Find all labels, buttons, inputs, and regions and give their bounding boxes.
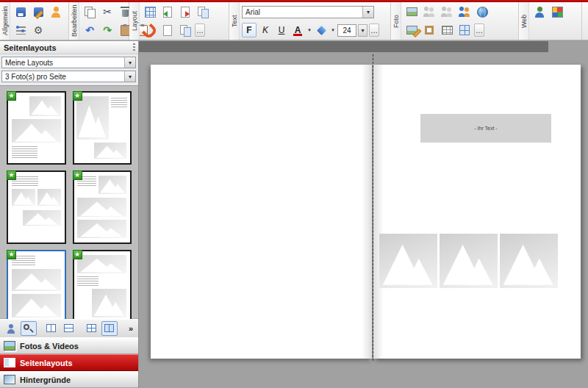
thumb-photo-placeholder [29, 96, 61, 116]
people-icon[interactable] [456, 4, 473, 20]
move-page-right-icon[interactable] [177, 4, 193, 20]
people-disabled-icon[interactable] [439, 4, 455, 20]
photo-placeholder-3[interactable] [500, 234, 558, 288]
nav-label-fotos-videos: Fotos & Videos [20, 342, 79, 351]
settings-gear-icon[interactable]: ⚙ [30, 22, 46, 38]
dropdown-arrow-icon[interactable]: ▾ [362, 7, 373, 18]
foto-more-button[interactable]: … [474, 24, 484, 37]
font-family-select[interactable]: Arial ▾ [242, 6, 374, 18]
toolbar-group-bearbeiten: Bearbeiten ✂ ↶ ↷ [69, 2, 129, 40]
photo-frame-icon[interactable] [421, 22, 437, 38]
sidebar-nav: Fotos & Videos Seitenlayouts Hintergründ… [0, 337, 138, 388]
toolbar-group-allgemein: Allgemein ⚙ [0, 2, 69, 40]
layout-thumbnail[interactable]: ★ [73, 170, 132, 244]
layout-thumbnail[interactable]: ★ [7, 91, 66, 165]
sidebar-title: Seitenlayouts [4, 43, 57, 52]
bold-button[interactable]: F [242, 23, 257, 37]
move-page-left-icon[interactable] [159, 4, 176, 20]
layout-thumbnail[interactable]: ★ [73, 250, 132, 319]
layout-set-select[interactable]: Meine Layouts ▾ [1, 57, 136, 68]
favorite-star-icon: ★ [7, 170, 16, 180]
layout-more-button[interactable]: … [195, 24, 205, 37]
sidebar-nav-hintergruende[interactable]: Hintergründe [0, 371, 138, 388]
mountains-placeholder-icon [440, 234, 498, 288]
toolbar-group-layout: Layout … [129, 2, 229, 40]
photo-collage-icon[interactable] [456, 22, 473, 38]
toolbar-group-label-bearbeiten: Bearbeiten [69, 2, 79, 40]
layout-filter-select[interactable]: 3 Foto(s) pro Seite ▾ [1, 71, 136, 82]
font-size-value[interactable]: 24 [337, 24, 356, 37]
book-page-right[interactable]: - Ihr Text - [373, 65, 581, 359]
web-services-icon[interactable] [549, 4, 565, 20]
nav-label-seitenlayouts: Seitenlayouts [20, 359, 73, 367]
copy-icon[interactable] [82, 4, 98, 20]
fill-color-button[interactable] [314, 23, 329, 37]
favorite-star-icon: ★ [7, 250, 16, 259]
thumb-photo-placeholder [98, 176, 126, 194]
thumb-photo-placeholder [92, 289, 126, 317]
main-toolbar: Allgemein ⚙ Bearbeiten ✂ [0, 2, 588, 40]
sidebar-nav-fotos-videos[interactable]: Fotos & Videos [0, 337, 138, 354]
layout-columns-icon[interactable] [43, 321, 60, 336]
layout-rows-icon[interactable] [61, 321, 77, 336]
expand-panel-button[interactable]: » [126, 324, 135, 333]
panel-grip-handle[interactable] [133, 43, 135, 52]
toolbar-group-label-allgemein: Allgemein [0, 2, 10, 40]
add-photo-icon[interactable] [404, 4, 420, 20]
photo-placeholder-1[interactable] [379, 234, 437, 288]
fill-color-dropdown-icon[interactable]: ▾ [330, 27, 336, 33]
thumb-photo-placeholder [37, 189, 61, 206]
page-order-icon[interactable] [177, 22, 193, 38]
favorite-star-icon: ★ [73, 91, 82, 101]
thumb-text-placeholder [12, 146, 37, 158]
toolbar-group-label-text: Text [229, 2, 240, 40]
undo-icon[interactable]: ↶ [82, 22, 98, 38]
thumb-photo-placeholder [77, 220, 126, 238]
web-account-icon[interactable] [531, 4, 548, 20]
save-icon[interactable] [12, 4, 29, 20]
thumb-text-placeholder [111, 98, 127, 109]
sidebar-nav-seitenlayouts[interactable]: Seitenlayouts [0, 354, 138, 371]
snap-magnet-icon[interactable] [142, 22, 158, 38]
web-photos-globe-icon[interactable] [474, 4, 490, 20]
backgrounds-icon [4, 375, 15, 384]
font-color-button[interactable]: A [290, 23, 305, 37]
italic-button[interactable]: K [258, 23, 273, 37]
photo-table-icon[interactable] [439, 22, 455, 38]
edit-photo-icon[interactable] [404, 22, 420, 38]
duplicate-page-icon[interactable] [195, 4, 211, 20]
layout-thumbnail[interactable]: ★ [73, 91, 132, 165]
toolbar-group-foto: Foto … [391, 2, 519, 40]
layout-search-icon[interactable] [21, 321, 37, 336]
book-page-left[interactable] [151, 65, 372, 359]
people-filter-icon[interactable] [3, 321, 19, 336]
font-color-dropdown-icon[interactable]: ▾ [306, 27, 312, 33]
layout-filled-icon[interactable] [101, 321, 118, 336]
assistant-icon[interactable] [48, 4, 64, 20]
editor-canvas[interactable]: - Ihr Text - [139, 41, 588, 388]
layout-thumbnail[interactable]: ★ [7, 170, 66, 244]
text-more-button[interactable]: … [369, 24, 379, 37]
photo-placeholder-2[interactable] [440, 234, 498, 288]
cut-scissors-icon[interactable]: ✂ [99, 4, 115, 20]
underline-button[interactable]: U [274, 23, 289, 37]
preferences-icon[interactable] [12, 22, 29, 38]
thumb-photo-placeholder [12, 294, 61, 318]
save-as-icon[interactable] [30, 4, 46, 20]
canvas-top-strip [139, 41, 548, 52]
photo-placeholder-strip [379, 234, 558, 288]
rotate-page-icon[interactable] [159, 22, 176, 38]
layout-set-value: Meine Layouts [5, 59, 53, 67]
layout-thumbnail[interactable]: ★ [7, 250, 66, 319]
toolbar-group-label-layout: Layout [129, 2, 140, 40]
font-size-dropdown-icon[interactable]: ▾ [358, 24, 368, 37]
mountains-placeholder-icon [500, 234, 558, 288]
text-placeholder-box[interactable]: - Ihr Text - [420, 114, 551, 143]
dropdown-arrow-icon[interactable]: ▾ [124, 71, 135, 82]
dropdown-arrow-icon[interactable]: ▾ [124, 57, 135, 68]
grid-toggle-icon[interactable] [142, 4, 158, 20]
layout-mixed-icon[interactable] [84, 321, 100, 336]
faces-disabled-icon[interactable] [421, 4, 437, 20]
redo-icon[interactable]: ↷ [99, 22, 115, 38]
thumb-photo-placeholder [12, 119, 61, 143]
